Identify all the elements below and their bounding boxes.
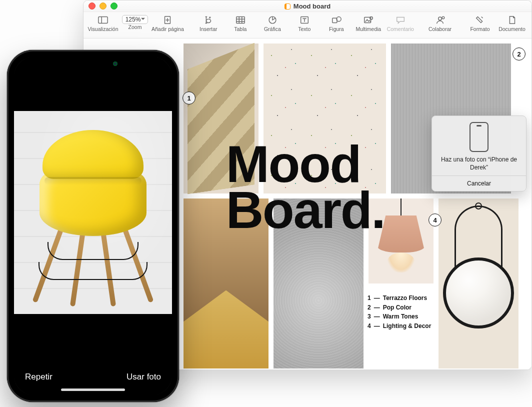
- view-icon: [98, 15, 108, 25]
- legend-item: 4—Lighting & Decor: [368, 322, 431, 331]
- minimize-window-button[interactable]: [100, 2, 106, 10]
- retake-button[interactable]: Repetir: [25, 372, 52, 382]
- legend-item: 3—Warm Tones: [368, 312, 431, 322]
- table-button[interactable]: Tabla: [225, 14, 256, 32]
- media-button[interactable]: Multimedia: [353, 14, 384, 32]
- page-content: 1 2 4 Mood Board.: [184, 44, 522, 368]
- camera-bottom-bar: Repetir Usar foto: [14, 314, 172, 395]
- continuity-camera-popover: Haz una foto con “iPhone de Derek” Cance…: [432, 116, 526, 192]
- lamp-cord-shape: [400, 198, 402, 216]
- view-button[interactable]: Visualización: [88, 14, 118, 32]
- document-icon: [506, 15, 518, 25]
- add-page-button[interactable]: Añadir página: [152, 14, 184, 32]
- svg-rect-0: [98, 17, 108, 24]
- popover-message: Haz una foto con “iPhone de Derek”: [437, 156, 521, 172]
- marker-2: 2: [512, 48, 526, 60]
- format-button[interactable]: Formato: [464, 14, 496, 32]
- text-button[interactable]: Texto: [289, 14, 320, 32]
- chart-label: Gráfica: [264, 26, 281, 32]
- text-label: Texto: [298, 26, 310, 32]
- format-icon: [474, 15, 486, 25]
- document-button[interactable]: Documento: [496, 14, 528, 32]
- comment-label: Comentario: [387, 26, 414, 32]
- collab-icon: [434, 15, 446, 25]
- shape-label: Figura: [329, 26, 344, 32]
- format-label: Formato: [470, 26, 490, 32]
- iphone-device: Repetir Usar foto: [7, 50, 179, 402]
- lamp-glow-shape: [387, 252, 415, 272]
- document-label: Documento: [498, 26, 526, 32]
- zoom-control[interactable]: 125% Zoom: [120, 14, 150, 30]
- toolbar: Visualización 125% Zoom Añadir página In…: [84, 12, 532, 38]
- window-title: Mood board: [84, 2, 532, 10]
- legend-item: 2—Pop Color: [368, 303, 431, 312]
- captured-photo-preview[interactable]: [14, 111, 172, 314]
- insert-label: Insertar: [200, 26, 218, 32]
- shape-icon: [331, 15, 342, 25]
- use-photo-button[interactable]: Usar foto: [126, 372, 161, 382]
- legend-list[interactable]: 1—Terrazzo Floors 2—Pop Color 3—Warm Ton…: [368, 294, 431, 330]
- zoom-window-button[interactable]: [110, 2, 118, 10]
- svg-point-18: [438, 17, 442, 20]
- view-label: Visualización: [88, 26, 118, 32]
- home-indicator[interactable]: [61, 388, 125, 391]
- marker-4: 4: [428, 214, 442, 226]
- image-mirror[interactable]: [438, 198, 518, 368]
- chart-button[interactable]: Gráfica: [257, 14, 288, 32]
- table-label: Tabla: [234, 26, 246, 32]
- comment-icon: [395, 15, 406, 25]
- zoom-label: Zoom: [128, 24, 142, 30]
- table-icon: [235, 15, 246, 25]
- photo-chair-seat: [40, 172, 146, 236]
- comment-button: Comentario: [385, 14, 416, 32]
- legend-item: 1—Terrazzo Floors: [368, 294, 431, 303]
- shape-button[interactable]: Figura: [321, 14, 352, 32]
- photo-chair-legs: [36, 224, 150, 311]
- svg-point-17: [370, 17, 373, 20]
- svg-rect-5: [236, 17, 245, 24]
- media-icon: [363, 15, 374, 25]
- mirror-circle-shape: [443, 258, 514, 328]
- insert-icon: [203, 15, 214, 25]
- add-page-label: Añadir página: [152, 26, 184, 32]
- headline-text[interactable]: Mood Board.: [226, 142, 384, 233]
- text-icon: [299, 15, 310, 25]
- insert-button[interactable]: Insertar: [193, 14, 224, 32]
- zoom-value[interactable]: 125%: [122, 15, 148, 24]
- add-page-icon: [162, 15, 173, 25]
- window-controls: [88, 2, 118, 10]
- collab-label: Colaborar: [428, 26, 452, 32]
- collab-button[interactable]: Colaborar: [424, 14, 456, 32]
- iphone-notch: [50, 57, 136, 71]
- iphone-screen: Repetir Usar foto: [14, 57, 172, 395]
- chart-icon: [267, 15, 278, 25]
- phone-outline-icon: [470, 122, 488, 152]
- popover-cancel-button[interactable]: Cancelar: [432, 176, 526, 191]
- headline-line-2: Board.: [226, 181, 384, 239]
- titlebar: Mood board: [84, 0, 532, 12]
- svg-point-19: [442, 16, 444, 19]
- media-label: Multimedia: [356, 26, 381, 32]
- close-window-button[interactable]: [88, 2, 96, 10]
- marker-1: 1: [182, 92, 196, 104]
